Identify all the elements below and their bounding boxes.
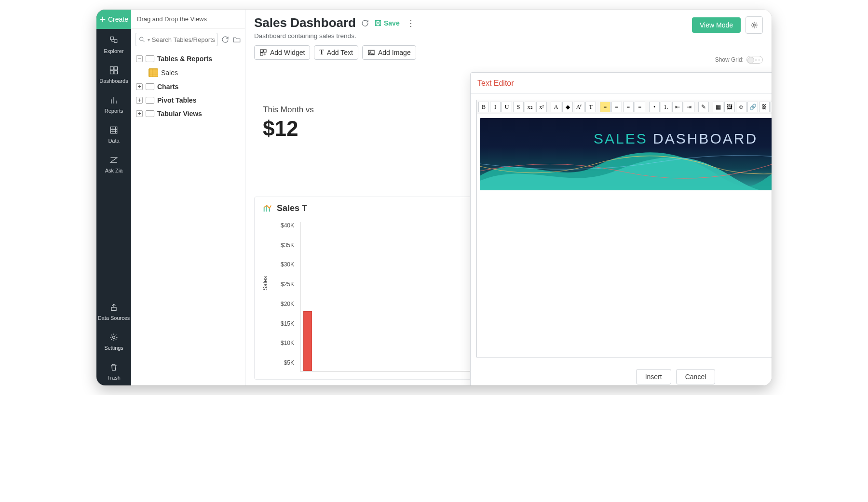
expand-icon[interactable]: + bbox=[136, 83, 143, 90]
editor-align-left-button[interactable]: ≡ bbox=[600, 102, 610, 112]
y-tick: $5K bbox=[262, 359, 294, 366]
explorer-icon bbox=[109, 36, 119, 45]
explorer-panel: Drag and Drop the Views ▾ − Tables & Rep… bbox=[131, 10, 245, 385]
folder-icon bbox=[146, 55, 154, 62]
editor-underline-button[interactable]: U bbox=[502, 102, 512, 112]
tree-root[interactable]: − Tables & Reports bbox=[135, 52, 241, 66]
refresh-icon[interactable] bbox=[221, 35, 230, 44]
editor-toolbar: BIUSx₂x²A◆AᶠT≡≡≡≡•1.⇤⇥✎▦🖼☺🔗⛓≔<>❝HTML« Pl… bbox=[476, 100, 772, 114]
refresh-icon[interactable] bbox=[361, 19, 369, 27]
editor-bold-button[interactable]: B bbox=[478, 102, 489, 112]
folder-icon bbox=[146, 110, 154, 117]
editor-font-size-button[interactable]: T bbox=[585, 102, 596, 112]
y-tick: $30K bbox=[262, 261, 294, 268]
svg-point-11 bbox=[753, 24, 756, 26]
editor-strike-button[interactable]: S bbox=[513, 102, 524, 112]
new-folder-icon[interactable] bbox=[232, 35, 241, 44]
y-tick: $35K bbox=[262, 242, 294, 249]
svg-rect-12 bbox=[260, 50, 263, 52]
bar bbox=[303, 311, 312, 371]
svg-rect-7 bbox=[111, 307, 116, 311]
kpi-title: This Month vs bbox=[254, 96, 399, 115]
modal-title: Text Editor bbox=[477, 79, 514, 88]
svg-rect-4 bbox=[110, 71, 114, 74]
editor-align-center-button[interactable]: ≡ bbox=[611, 102, 622, 112]
editor-italic-button[interactable]: I bbox=[490, 102, 501, 112]
tree-folder-charts[interactable]: + Charts bbox=[135, 80, 241, 93]
create-label: Create bbox=[108, 15, 128, 23]
y-tick: $20K bbox=[262, 301, 294, 307]
banner-image: SALES DASHBOARD bbox=[480, 118, 772, 190]
svg-point-8 bbox=[113, 336, 115, 339]
editor-text-color-button[interactable]: A bbox=[551, 102, 561, 112]
save-button[interactable]: Save bbox=[374, 19, 400, 27]
editor-list-ol-button[interactable]: 1. bbox=[661, 102, 671, 112]
editor-list-ul-button[interactable]: • bbox=[649, 102, 660, 112]
tree-leaf-sales[interactable]: Sales bbox=[135, 66, 241, 80]
nav-data-sources[interactable]: Data Sources bbox=[96, 296, 131, 326]
tree-folder-tabular[interactable]: + Tabular Views bbox=[135, 107, 241, 120]
editor-link-button[interactable]: 🔗 bbox=[747, 102, 758, 112]
editor-canvas[interactable]: SALES DASHBOARD bbox=[476, 114, 772, 357]
cancel-button[interactable]: Cancel bbox=[676, 369, 716, 384]
tree-label: Sales bbox=[161, 69, 178, 77]
widget-icon bbox=[259, 49, 267, 56]
nav-explorer[interactable]: Explorer bbox=[96, 29, 131, 59]
left-nav: Create Explorer Dashboards Reports Data … bbox=[96, 10, 131, 385]
nav-ask-zia[interactable]: Ask Zia bbox=[96, 148, 131, 178]
y-tick: $40K bbox=[262, 222, 294, 229]
expand-icon[interactable]: + bbox=[136, 110, 143, 117]
editor-unlink-button[interactable]: ⛓ bbox=[759, 102, 770, 112]
expand-icon[interactable]: + bbox=[136, 97, 143, 104]
page-title: Sales Dashboard bbox=[254, 15, 356, 30]
insert-button[interactable]: Insert bbox=[636, 369, 671, 384]
nav-reports[interactable]: Reports bbox=[96, 89, 131, 119]
settings-button[interactable] bbox=[746, 16, 763, 34]
zia-icon bbox=[109, 155, 119, 165]
show-grid-toggle[interactable]: OFF bbox=[746, 56, 763, 64]
kpi-card[interactable]: This Month vs $12 bbox=[254, 96, 399, 159]
editor-align-right-button[interactable]: ≡ bbox=[623, 102, 634, 112]
search-input[interactable] bbox=[152, 36, 215, 43]
add-text-button[interactable]: T Add Text bbox=[314, 45, 358, 60]
editor-indent-button[interactable]: ⇥ bbox=[684, 102, 694, 112]
y-tick: $10K bbox=[262, 340, 294, 346]
editor-table-button[interactable]: ▦ bbox=[713, 102, 723, 112]
nav-dashboards[interactable]: Dashboards bbox=[96, 59, 131, 89]
data-sources-icon bbox=[109, 303, 119, 312]
dashboards-icon bbox=[109, 66, 119, 75]
add-image-button[interactable]: Add Image bbox=[362, 45, 416, 60]
nav-data[interactable]: Data bbox=[96, 119, 131, 148]
image-icon bbox=[367, 49, 375, 56]
svg-rect-6 bbox=[110, 127, 117, 133]
folder-icon bbox=[146, 97, 154, 104]
svg-rect-3 bbox=[114, 67, 118, 70]
editor-clear-format-button[interactable]: ✎ bbox=[698, 102, 709, 112]
data-icon bbox=[109, 125, 119, 135]
more-menu-button[interactable]: ⋮ bbox=[405, 18, 417, 28]
collapse-icon[interactable]: − bbox=[136, 55, 143, 62]
editor-superscript-button[interactable]: x² bbox=[536, 102, 547, 112]
editor-subscript-button[interactable]: x₂ bbox=[525, 102, 535, 112]
editor-outdent-button[interactable]: ⇤ bbox=[672, 102, 683, 112]
add-widget-button[interactable]: Add Widget bbox=[254, 45, 310, 60]
tree: − Tables & Reports Sales + Charts + Pivo… bbox=[131, 50, 245, 124]
nav-settings[interactable]: Settings bbox=[96, 326, 131, 356]
editor-bg-color-button[interactable]: ◆ bbox=[562, 102, 573, 112]
editor-align-justify-button[interactable]: ≡ bbox=[635, 102, 645, 112]
tree-folder-pivot[interactable]: + Pivot Tables bbox=[135, 93, 241, 107]
search-input-wrap[interactable]: ▾ bbox=[135, 33, 218, 46]
editor-image-button[interactable]: 🖼 bbox=[724, 102, 735, 112]
create-button[interactable]: Create bbox=[96, 10, 131, 29]
editor-emoji-button[interactable]: ☺ bbox=[736, 102, 746, 112]
save-icon bbox=[374, 19, 382, 27]
editor-hr-button[interactable]: ≔ bbox=[771, 102, 772, 112]
view-mode-button[interactable]: View Mode bbox=[692, 17, 741, 33]
gear-icon bbox=[109, 332, 119, 342]
svg-rect-5 bbox=[114, 71, 118, 74]
nav-label: Data Sources bbox=[98, 315, 130, 321]
nav-trash[interactable]: Trash bbox=[96, 356, 131, 385]
editor-font-button[interactable]: Aᶠ bbox=[574, 102, 584, 112]
toggle-off-label: OFF bbox=[753, 58, 761, 62]
nav-label: Trash bbox=[107, 375, 121, 381]
